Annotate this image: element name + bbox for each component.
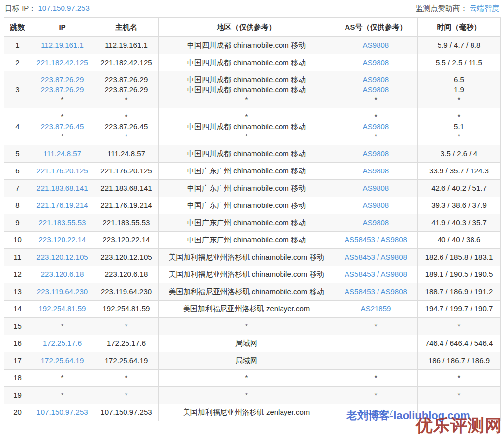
asn-cell xyxy=(334,335,418,352)
hop-cell: 4 xyxy=(4,108,31,145)
ip-link[interactable]: 111.24.8.57 xyxy=(33,149,92,159)
host-cell: 221.182.42.125 xyxy=(94,54,159,71)
region-text: * xyxy=(161,373,332,383)
region-cell: 美国加利福尼亚州洛杉矶 chinamobile.com 移动 xyxy=(159,283,334,301)
asn-link[interactable]: AS21859 xyxy=(336,304,415,314)
hop-text: 18 xyxy=(6,373,29,383)
hop-cell: 1 xyxy=(4,37,31,54)
table-row: 3223.87.26.29223.87.26.29*223.87.26.2922… xyxy=(4,71,501,108)
ip-link[interactable]: 223.120.6.18 xyxy=(33,270,92,279)
asn-link[interactable]: AS9808 xyxy=(336,58,415,68)
hop-text: 2 xyxy=(6,58,29,68)
time-cell: 746.4 / 646.4 / 546.4 xyxy=(418,335,501,352)
asn-link[interactable]: AS58453 / AS9808 xyxy=(336,270,415,279)
host-text: 221.176.20.125 xyxy=(96,166,157,176)
region-cell: 局域网 xyxy=(159,335,334,352)
host-text: 221.183.55.53 xyxy=(96,218,157,228)
region-text: 中国四川成都 chinamobile.com 移动 xyxy=(161,122,332,132)
asn-text: * xyxy=(336,112,415,122)
asn-link[interactable]: AS58453 / AS9808 xyxy=(336,287,415,297)
hop-cell: 16 xyxy=(4,335,31,352)
ip-link[interactable]: 223.119.64.230 xyxy=(33,287,92,297)
asn-link[interactable]: AS135377 xyxy=(336,407,415,417)
ip-link[interactable]: 192.254.81.59 xyxy=(33,304,92,314)
ip-cell: 223.87.26.29223.87.26.29* xyxy=(31,71,94,108)
ip-link[interactable]: 172.25.64.19 xyxy=(33,356,92,366)
ip-link[interactable]: 221.182.42.125 xyxy=(33,58,92,68)
region-cell: 美国加利福尼亚州洛杉矶 chinamobile.com 移动 xyxy=(159,249,334,266)
region-cell: 中国广东广州 chinamobile.com 移动 xyxy=(159,232,334,249)
sponsor-link[interactable]: 云端智度 xyxy=(470,4,499,12)
ip-link[interactable]: 223.87.26.45 xyxy=(33,122,92,132)
ip-cell: 221.183.68.141 xyxy=(31,180,94,197)
asn-link[interactable]: AS9808 xyxy=(336,149,415,159)
table-row: 12223.120.6.18223.120.6.18美国加利福尼亚州洛杉矶 ch… xyxy=(4,266,501,283)
asn-link[interactable]: AS9808 xyxy=(336,85,415,95)
asn-link[interactable]: AS9808 xyxy=(336,75,415,85)
time-text: * xyxy=(420,390,498,400)
column-header-ip: IP xyxy=(31,18,94,37)
asn-cell: AS9808 xyxy=(334,145,418,163)
ip-cell: 112.19.161.1 xyxy=(31,37,94,54)
ip-cell: 172.25.17.6 xyxy=(31,335,94,352)
host-text: 172.25.17.6 xyxy=(96,338,157,348)
time-cell: * xyxy=(418,387,501,404)
ip-link[interactable]: 221.176.20.125 xyxy=(33,166,92,176)
hop-text: 13 xyxy=(6,287,29,297)
region-cell: 中国广东广州 chinamobile.com 移动 xyxy=(159,197,334,214)
asn-link[interactable]: AS9808 xyxy=(336,166,415,176)
host-text: 223.120.6.18 xyxy=(96,270,157,279)
hop-text: 14 xyxy=(6,304,29,314)
target-ip-label: 目标 IP： xyxy=(5,4,36,12)
asn-link[interactable]: AS9808 xyxy=(336,122,415,132)
ip-cell: 172.25.64.19 xyxy=(31,352,94,370)
ip-link[interactable]: 112.19.161.1 xyxy=(33,40,92,50)
time-cell: 182.6 / 185.8 / 183.1 xyxy=(418,249,501,266)
asn-link[interactable]: AS9808 xyxy=(336,183,415,193)
host-cell: 223.119.64.230 xyxy=(94,283,159,301)
host-cell: *223.87.26.45* xyxy=(94,108,159,145)
topbar: 目标 IP： 107.150.97.253 监测点赞助商： 云端智度 xyxy=(0,0,504,16)
time-cell: 194.7 / 199.7 / 190.7 xyxy=(418,301,501,318)
ip-link[interactable]: 223.120.12.105 xyxy=(33,252,92,262)
region-cell: 美国加利福尼亚州洛杉矶 zenlayer.com xyxy=(159,301,334,318)
table-row: 9221.183.55.53221.183.55.53中国广东广州 chinam… xyxy=(4,214,501,232)
table-row: 16172.25.17.6172.25.17.6局域网746.4 / 646.4… xyxy=(4,335,501,352)
region-cell: 中国四川成都 chinamobile.com 移动 xyxy=(159,145,334,163)
asn-link[interactable]: AS9808 xyxy=(336,218,415,228)
hop-text: 9 xyxy=(6,218,29,228)
asn-link[interactable]: AS58453 / AS9808 xyxy=(336,235,415,245)
traceroute-table: 跳数 IP 主机名 地区（仅供参考） AS号（仅供参考） 时间（毫秒） 1112… xyxy=(4,17,501,421)
hop-cell: 14 xyxy=(4,301,31,318)
asn-link[interactable]: AS9808 xyxy=(336,201,415,210)
region-text: 美国加利福尼亚州洛杉矶 zenlayer.com xyxy=(161,407,332,417)
time-text: 746.4 / 646.4 / 546.4 xyxy=(420,338,498,348)
asn-text xyxy=(336,338,415,348)
asn-link[interactable]: AS9808 xyxy=(336,40,415,50)
hop-text: 20 xyxy=(6,407,29,417)
ip-link[interactable]: 223.87.26.29 xyxy=(33,85,92,95)
ip-link[interactable]: 221.176.19.214 xyxy=(33,201,92,210)
ip-link[interactable]: 223.120.22.14 xyxy=(33,235,92,245)
time-cell: 3.5 / 2.6 / 4 xyxy=(418,145,501,163)
host-cell: 111.24.8.57 xyxy=(94,145,159,163)
region-cell: 中国广东广州 chinamobile.com 移动 xyxy=(159,214,334,232)
region-cell: * xyxy=(159,370,334,387)
asn-link[interactable]: AS58453 / AS9808 xyxy=(336,252,415,262)
asn-cell: * xyxy=(334,370,418,387)
ip-link[interactable]: 107.150.97.253 xyxy=(33,407,92,417)
host-text: 223.120.22.14 xyxy=(96,235,157,245)
time-text: 194.7 / 199.7 / 190.7 xyxy=(420,304,498,314)
ip-link[interactable]: 172.25.17.6 xyxy=(33,338,92,348)
ip-link[interactable]: 223.87.26.29 xyxy=(33,75,92,85)
region-text: * xyxy=(161,321,332,331)
region-text: 中国四川成都 chinamobile.com 移动 xyxy=(161,85,332,95)
time-text: 188.7 / 186.9 / 191.2 xyxy=(420,287,498,297)
target-ip-value[interactable]: 107.150.97.253 xyxy=(38,4,90,12)
hop-text: 4 xyxy=(6,122,29,132)
ip-link[interactable]: 221.183.68.141 xyxy=(33,183,92,193)
ip-link[interactable]: 221.183.55.53 xyxy=(33,218,92,228)
asn-text: * xyxy=(336,132,415,141)
hop-cell: 20 xyxy=(4,404,31,421)
time-cell: 42.6 / 40.2 / 51.7 xyxy=(418,180,501,197)
